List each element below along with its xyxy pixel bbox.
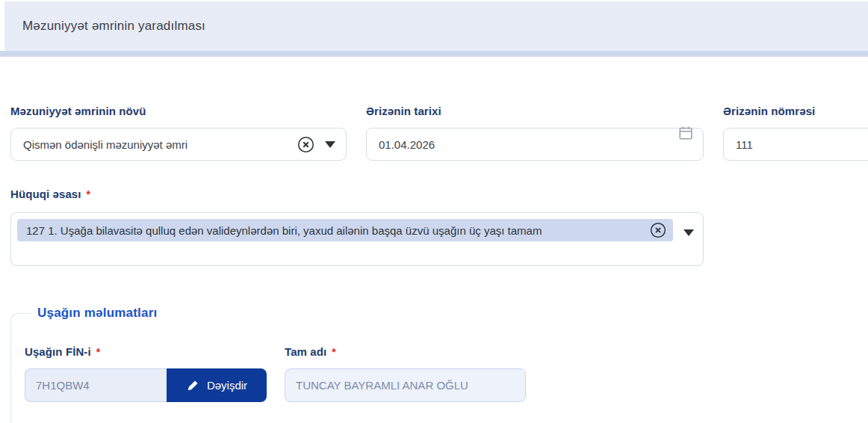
remove-chip-icon[interactable] (650, 222, 666, 238)
header-divider (0, 51, 868, 57)
calendar-icon[interactable] (678, 125, 694, 141)
page-header: Məzuniyyət əmrinin yaradılması (4, 1, 868, 51)
page-title: Məzuniyyət əmrinin yaradılması (22, 19, 205, 34)
legal-basis-label: Hüquqi əsası * (10, 188, 704, 200)
change-fin-button[interactable]: Dəyişdir (167, 368, 267, 402)
child-fin-input[interactable] (25, 368, 167, 402)
application-date-input[interactable] (366, 128, 704, 161)
field-application-date: Ərizənin tarixi (366, 105, 704, 161)
clear-selection-icon[interactable] (297, 136, 314, 153)
field-legal-basis: Hüquqi əsası * 127 1. Uşağa bilavasitə q… (10, 188, 704, 266)
field-child-fin: Uşağın FİN-i * Dəyişdir (25, 345, 280, 402)
application-date-label: Ərizənin tarixi (366, 105, 704, 117)
legal-basis-selected-chip: 127 1. Uşağa bilavasitə qulluq edən vali… (17, 219, 673, 241)
required-asterisk: * (96, 346, 101, 358)
chevron-down-icon[interactable] (325, 141, 335, 148)
required-asterisk: * (332, 346, 336, 358)
legal-basis-chip-text: 127 1. Uşağa bilavasitə qulluq edən vali… (26, 224, 650, 237)
field-child-full-name: Tam adı * (285, 345, 526, 402)
chevron-down-icon[interactable] (683, 229, 694, 236)
vacation-order-form-page: Məzuniyyət əmrinin yaradılması Məzuniyyə… (0, 0, 868, 423)
order-type-select[interactable]: Qismən ödənişli məzuniyyət əmri (10, 128, 347, 161)
required-asterisk: * (87, 188, 91, 200)
pencil-icon (186, 379, 199, 392)
child-info-section: Uşağın məlumatları Uşağın FİN-i * Dəyişd… (10, 313, 868, 423)
child-full-name-input[interactable] (285, 368, 526, 402)
application-number-input[interactable] (723, 128, 868, 161)
child-fin-label: Uşağın FİN-i * (25, 345, 280, 358)
child-info-legend: Uşağın məlumatları (31, 305, 868, 321)
order-type-label: Məzuniyyət əmrinin növü (10, 105, 347, 117)
application-number-label: Ərizənin nömrəsi (723, 105, 868, 117)
change-fin-button-label: Dəyişdir (207, 379, 247, 392)
order-type-value: Qismən ödənişli məzuniyyət əmri (23, 138, 297, 151)
child-full-name-label: Tam adı * (285, 345, 526, 358)
legal-basis-multiselect[interactable]: 127 1. Uşağa bilavasitə qulluq edən vali… (10, 212, 704, 266)
field-application-number: Ərizənin nömrəsi (723, 105, 868, 161)
field-order-type: Məzuniyyət əmrinin növü Qismən ödənişli … (10, 105, 347, 161)
